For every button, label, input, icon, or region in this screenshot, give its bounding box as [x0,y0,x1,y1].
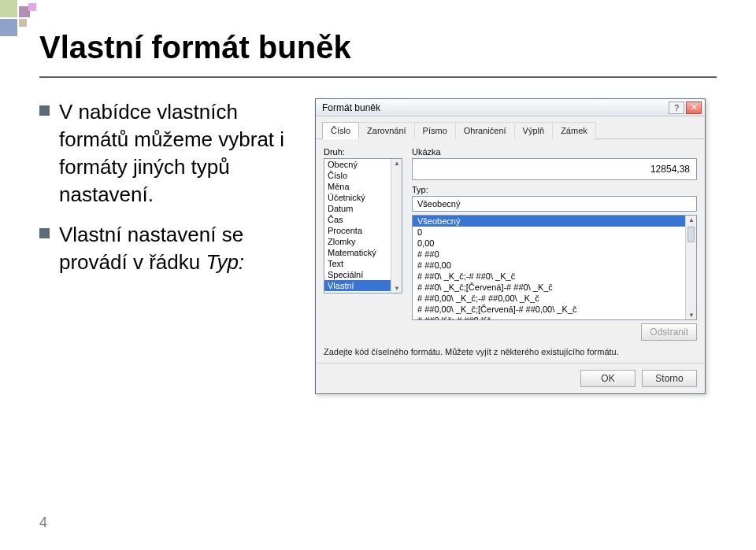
list-item[interactable]: # ##0\ _K_č;-# ##0\ _K_č [413,271,696,282]
help-button[interactable]: ? [669,102,684,114]
page-number: 4 [39,515,47,531]
list-item[interactable]: 0 [413,227,696,238]
bullet-icon [39,228,50,238]
hint-text: Zadejte kód číselného formátu. Můžete vy… [324,347,697,356]
bullet-text: V nabídce vlastních formátů můžeme vybra… [59,98,299,209]
title-rule [39,76,717,78]
tab-fill[interactable]: Výplň [514,122,554,139]
scrollbar-thumb[interactable] [687,227,695,242]
bullet-icon [39,105,50,116]
bullet-list: V nabídce vlastních formátů můžeme vybra… [39,98,299,394]
dialog-titlebar[interactable]: Formát buněk ? ✕ [316,99,705,116]
format-cells-dialog: Formát buněk ? ✕ Číslo Zarovnání Písmo O… [315,98,706,394]
close-button[interactable]: ✕ [686,102,702,114]
type-label: Typ: [412,185,697,194]
kind-label: Druh: [324,147,402,157]
bullet-text-emph: Typ: [206,250,244,274]
dialog-tabs: Číslo Zarovnání Písmo Ohraničení Výplň Z… [316,116,705,139]
type-input[interactable]: Všeobecný [412,196,697,212]
list-item[interactable]: # ##0 Kč;-# ##0 Kč [413,315,696,320]
tab-number[interactable]: Číslo [322,122,359,139]
scrollbar[interactable] [391,159,402,293]
list-item-selected[interactable]: Všeobecný [413,216,696,227]
kind-listbox[interactable]: Obecný Číslo Měna Účetnický Datum Čas Pr… [324,158,402,293]
list-item[interactable]: # ##0,00 [413,260,696,271]
bullet-item: V nabídce vlastních formátů můžeme vybra… [39,98,299,209]
list-item[interactable]: # ##0,00\ _K_č;-# ##0,00\ _K_č [413,293,696,304]
page-title: Vlastní formát buněk [39,30,717,65]
scrollbar[interactable] [685,216,696,319]
dialog-title: Formát buněk [322,102,667,113]
list-item[interactable]: 0,00 [413,238,696,249]
list-item[interactable]: # ##0\ _K_č;[Červená]-# ##0\ _K_č [413,282,696,293]
dialog-footer: OK Storno [316,363,705,393]
tab-align[interactable]: Zarovnání [358,122,415,139]
tab-font[interactable]: Písmo [414,122,456,139]
format-listbox[interactable]: Všeobecný 0 0,00 # ##0 # ##0,00 # ##0\ _… [412,215,697,320]
ok-button[interactable]: OK [580,370,636,387]
list-item[interactable]: # ##0 [413,249,696,260]
delete-button[interactable]: Odstranit [641,323,697,341]
tab-protect[interactable]: Zámek [552,122,596,139]
tab-border[interactable]: Ohraničení [455,122,515,139]
cancel-button[interactable]: Storno [642,370,697,387]
sample-value-box: 12854,38 [412,158,697,180]
sample-label: Ukázka [412,147,697,157]
list-item[interactable]: # ##0,00\ _K_č;[Červená]-# ##0,00\ _K_č [413,304,696,315]
bullet-text: Vlastní nastavení se provádí v řádku Typ… [59,221,299,276]
sample-value: 12854,38 [650,164,690,175]
type-input-value: Všeobecný [417,199,460,209]
bullet-item: Vlastní nastavení se provádí v řádku Typ… [39,221,299,276]
